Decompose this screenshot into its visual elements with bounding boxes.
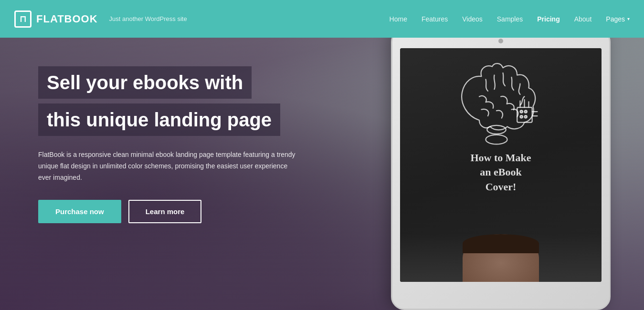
hero-title-box-2: this unique landing page xyxy=(38,103,280,136)
purchase-button[interactable]: Purchase now xyxy=(38,200,121,223)
learn-more-button[interactable]: Learn more xyxy=(128,200,202,223)
person-hair xyxy=(463,234,539,253)
hero-title-line2: this unique landing page xyxy=(47,108,272,131)
logo-area: ⊓ FLATBOOK Just another WordPress site xyxy=(14,10,187,28)
main-nav: Home Features Videos Samples Pricing Abo… xyxy=(390,15,630,23)
tablet-camera xyxy=(498,39,503,43)
nav-pages-dropdown[interactable]: Pages ▾ xyxy=(606,15,630,23)
hero-section: Sell your ebooks with this unique landin… xyxy=(0,38,644,310)
hero-description: FlatBook is a responsive clean minimal e… xyxy=(38,149,296,183)
dropdown-arrow-icon: ▾ xyxy=(627,16,630,21)
nav-pricing[interactable]: Pricing xyxy=(537,15,560,23)
person-bottom xyxy=(400,234,602,282)
tablet-device: How to Make an eBook Cover! xyxy=(391,38,611,310)
person-head xyxy=(463,234,539,282)
nav-about[interactable]: About xyxy=(574,15,592,23)
nav-home[interactable]: Home xyxy=(390,15,407,23)
nav-samples[interactable]: Samples xyxy=(497,15,523,23)
svg-point-11 xyxy=(486,134,507,144)
hero-title-box-1: Sell your ebooks with xyxy=(38,66,252,99)
site-header: ⊓ FLATBOOK Just another WordPress site H… xyxy=(0,0,644,38)
hero-content: Sell your ebooks with this unique landin… xyxy=(0,38,334,252)
nav-features[interactable]: Features xyxy=(422,15,448,23)
nav-videos[interactable]: Videos xyxy=(462,15,483,23)
site-tagline: Just another WordPress site xyxy=(109,15,187,22)
hero-title-line1: Sell your ebooks with xyxy=(47,71,243,94)
svg-point-6 xyxy=(520,110,523,113)
logo-icon: ⊓ xyxy=(14,10,32,28)
brain-illustration xyxy=(448,60,553,146)
tablet-container: How to Make an eBook Cover! xyxy=(358,38,644,310)
ebook-cover-title: How to Make an eBook Cover! xyxy=(470,151,531,195)
pages-label: Pages xyxy=(606,15,625,23)
svg-point-7 xyxy=(525,110,527,113)
svg-point-9 xyxy=(525,115,527,118)
chalkboard: How to Make an eBook Cover! xyxy=(400,48,602,282)
logo-text: FLATBOOK xyxy=(36,13,98,25)
tablet-screen: How to Make an eBook Cover! xyxy=(400,48,602,282)
svg-point-8 xyxy=(520,115,523,118)
hero-buttons: Purchase now Learn more xyxy=(38,200,296,223)
